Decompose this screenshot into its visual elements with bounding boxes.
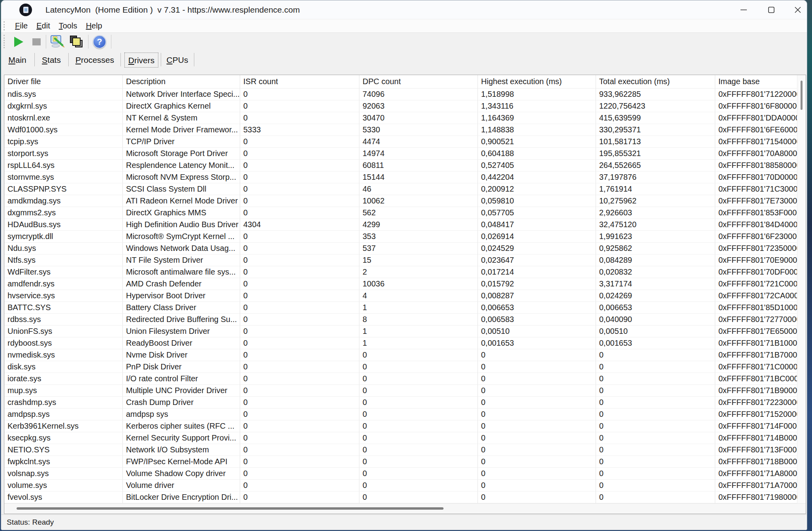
table-row[interactable]: amdfendr.sysAMD Crash Defender0100360,01… [4,278,806,290]
table-row[interactable]: rdyboost.sysReadyBoost Driver010,0016530… [4,337,806,349]
column-header[interactable]: Image base [715,75,799,88]
toolbar-gripper[interactable] [4,35,5,48]
cell: 0xFFFFF801'71B10000 [715,337,799,349]
help-button[interactable]: ? [91,34,108,49]
tab-drivers[interactable]: Drivers [124,53,158,68]
cell: 0,020832 [596,266,715,278]
menu-bar: File Edit Tools Help [1,19,807,32]
cell: 0 [478,420,596,432]
cell: 0 [240,266,359,278]
cell: Volume Shadow Copy driver [123,468,240,480]
cell: 0,006653 [478,302,596,314]
table-row[interactable]: nvmedisk.sysNvme Disk Driver00000xFFFFF8… [4,349,806,361]
cell: 2 [359,266,478,278]
cell: amdpsp.sys [4,409,123,420]
column-header[interactable]: DPC count [359,75,478,88]
table-row[interactable]: Wdf01000.sysKernel Mode Driver Framewor.… [4,124,806,136]
menu-edit[interactable]: Edit [32,19,54,32]
menu-tools[interactable]: Tools [55,19,82,32]
copy-button[interactable] [68,34,85,49]
cell: Microsoft Storage Port Driver [123,148,240,160]
start-monitor-button[interactable] [11,34,26,49]
table-row[interactable]: WdFilter.sysMicrosoft antimalware file s… [4,266,806,278]
column-header[interactable]: ISR count [240,75,359,88]
cell: 0 [240,278,359,290]
table-row[interactable]: crashdmp.sysCrash Dump Driver00000xFFFFF… [4,397,806,409]
table-row[interactable]: fwpkclnt.sysFWP/IPsec Kernel-Mode API000… [4,456,806,468]
tab-cpus[interactable]: CPUs [164,53,191,68]
cell: Nvme Disk Driver [123,349,240,361]
table-row[interactable]: NETIO.SYSNetwork I/O Subsystem00000xFFFF… [4,444,806,456]
menu-file[interactable]: File [11,19,32,32]
horizontal-scrollbar[interactable] [4,503,806,514]
minimize-button[interactable] [731,0,756,19]
table-row[interactable]: amdpsp.sysamdpsp sys00000xFFFFF801'71520… [4,409,806,420]
maximize-button[interactable] [759,0,784,19]
cell: Ndu.sys [4,243,123,254]
table-row[interactable]: ksecpkg.sysKernel Security Support Provi… [4,432,806,444]
tab-processes[interactable]: Processes [71,53,118,68]
table-row[interactable]: rdbss.sysRedirected Drive Buffering Su..… [4,314,806,326]
table-row[interactable]: HDAudBus.sysHigh Definition Audio Bus Dr… [4,219,806,231]
cell: 0 [240,254,359,266]
cell: 0,057705 [478,207,596,219]
h-scroll-thumb[interactable] [17,507,444,510]
cell: amdkmdag.sys [4,195,123,207]
table-row[interactable]: UnionFS.sysUnion Filesystem Driver010,00… [4,326,806,337]
title-bar[interactable]: LatencyMon (Home Edition ) v 7.31 - http… [1,0,807,19]
table-row[interactable]: dxgkrnl.sysDirectX Graphics Kernel092063… [4,100,806,112]
system-report-button[interactable] [49,34,66,49]
cell: 0xFFFFF801'6F800000 [715,100,799,112]
table-row[interactable]: disk.sysPnP Disk Driver00000xFFFFF801'71… [4,361,806,373]
system-report-icon [50,35,66,49]
table-row[interactable]: Kerb3961Kernel.sysKerberos cipher suites… [4,420,806,432]
cell: dxgkrnl.sys [4,100,123,112]
close-button[interactable] [787,0,807,19]
cell: 0 [240,314,359,326]
cell: 0xFFFFF801'71220000 [715,88,799,100]
table-row[interactable]: symcryptk.dllMicrosoft® SymCrypt Kernel … [4,231,806,243]
column-header[interactable]: Driver file [4,75,123,88]
column-header[interactable]: Total execution (ms) [596,75,715,88]
column-header[interactable]: Description [123,75,240,88]
column-header[interactable]: Highest execution (ms) [478,75,596,88]
cell: Crash Dump Driver [123,397,240,409]
tab-main[interactable]: Main [4,53,30,68]
vertical-scrollbar[interactable] [797,75,806,503]
cell: 0xFFFFF801'84D40000 [715,219,799,231]
table-row[interactable]: volsnap.sysVolume Shadow Copy driver0000… [4,468,806,480]
table-row[interactable]: amdkmdag.sysATI Radeon Kernel Mode Drive… [4,195,806,207]
table-row[interactable]: rspLLL64.sysResplendence Latency Monit..… [4,160,806,171]
menu-gripper[interactable] [4,21,5,30]
table-row[interactable]: iorate.sysI/O rate control Filter00000xF… [4,373,806,385]
tab-stats[interactable]: Stats [38,53,65,68]
cell: 0 [240,243,359,254]
table-row[interactable]: tcpip.sysTCP/IP Driver044740,900521101,5… [4,136,806,148]
table-row[interactable]: storport.sysMicrosoft Storage Port Drive… [4,148,806,160]
cell: 15144 [359,171,478,183]
cell: AMD Crash Defender [123,278,240,290]
table-row[interactable]: stornvme.sysMicrosoft NVM Express Storp.… [4,171,806,183]
cell: 0xFFFFF801'70DF0000 [715,266,799,278]
table-row[interactable]: Ndu.sysWindows Network Data Usag...05370… [4,243,806,254]
stop-monitor-button[interactable] [30,34,43,49]
table-row[interactable]: fvevol.sysBitLocker Drive Encryption Dri… [4,491,806,503]
cell: 0 [240,480,359,491]
table-row[interactable]: CLASSPNP.SYSSCSI Class System Dll0460,20… [4,183,806,195]
table-row[interactable]: ntoskrnl.exeNT Kernel & System0304701,16… [4,112,806,124]
table-row[interactable]: dxgmms2.sysDirectX Graphics MMS05620,057… [4,207,806,219]
table-row[interactable]: hvservice.sysHypervisor Boot Driver040,0… [4,290,806,302]
table-row[interactable]: mup.sysMultiple UNC Provider Driver00000… [4,385,806,397]
table-row[interactable]: Ntfs.sysNT File System Driver0150,023647… [4,254,806,266]
menu-help[interactable]: Help [81,19,106,32]
table-row[interactable]: volume.sysVolume driver00000xFFFFF801'71… [4,480,806,491]
v-scroll-thumb[interactable] [801,81,803,110]
table-row[interactable]: BATTC.SYSBattery Class Driver010,0066530… [4,302,806,314]
cell: rdbss.sys [4,314,123,326]
cell: 537 [359,243,478,254]
cell: ReadyBoost Driver [123,337,240,349]
cell: 4299 [359,219,478,231]
table-row[interactable]: ndis.sysNetwork Driver Interface Speci..… [4,88,806,100]
cell: 0 [478,397,596,409]
cell: 0 [359,468,478,480]
